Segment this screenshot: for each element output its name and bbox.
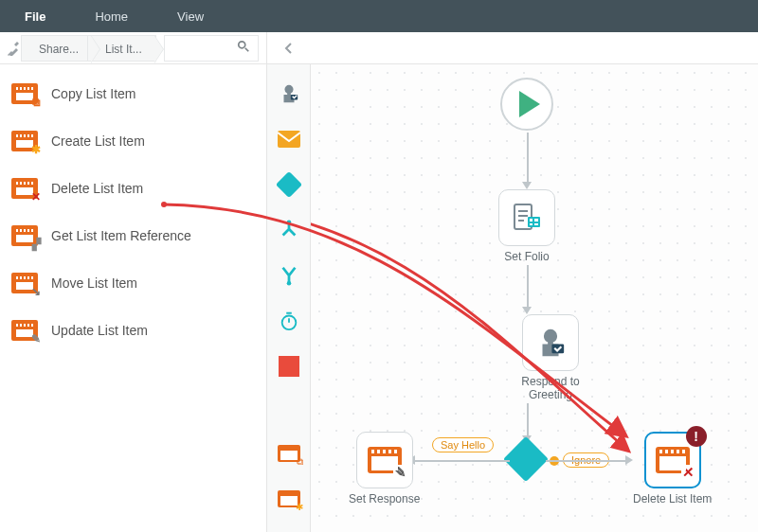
category-strip: ⧉ ✱	[267, 64, 311, 532]
svg-point-4	[286, 220, 291, 224]
svg-rect-10	[534, 219, 538, 222]
collapse-panel-button[interactable]	[277, 37, 299, 60]
list-icon: ✕	[656, 447, 690, 473]
node-decision[interactable]	[510, 443, 542, 475]
list-copy-icon[interactable]: ⧉	[277, 441, 301, 466]
svg-rect-8	[528, 217, 540, 227]
error-badge-icon: !	[686, 426, 707, 447]
mail-icon[interactable]	[277, 127, 301, 151]
search-icon	[237, 40, 250, 56]
branch-label-say-hello: Say Hello	[432, 437, 494, 452]
toolbox-item-label: Copy List Item	[51, 86, 135, 101]
edge	[527, 403, 529, 437]
toolbox-panel: ⧉ Copy List Item ✱ Create List Item ✕ De…	[0, 64, 267, 532]
toolbox-item-copy[interactable]: ⧉ Copy List Item	[0, 70, 266, 117]
toolbox-item-label: Move List Item	[51, 275, 137, 291]
node-delete-list-item[interactable]: ✕ ! Delete List Item	[633, 432, 712, 505]
toolbox-item-label: Create List Item	[51, 133, 145, 149]
toolbox-item-label: Update List Item	[51, 323, 148, 338]
list-icon: ▞	[11, 225, 38, 246]
list-icon: ↘	[11, 273, 38, 293]
node-respond-greeting[interactable]: Respond to Greeting	[498, 314, 603, 401]
list-icon: ⧉	[11, 83, 38, 104]
list-icon: ✎	[368, 447, 402, 473]
breadcrumb-share[interactable]: Share...	[21, 35, 93, 62]
timer-icon[interactable]	[277, 309, 301, 333]
edit-badge-icon: ✎	[29, 332, 43, 346]
edge	[415, 460, 510, 462]
document-icon	[511, 202, 543, 234]
list-new-icon[interactable]: ✱	[277, 487, 301, 511]
activity-forms-icon[interactable]	[277, 81, 301, 106]
start-node[interactable]	[500, 78, 553, 131]
search-input[interactable]	[164, 35, 259, 62]
arrow-icon	[522, 182, 532, 189]
merge-icon[interactable]	[277, 263, 301, 288]
arrow-icon	[522, 307, 532, 314]
svg-rect-3	[278, 131, 300, 148]
svg-line-1	[245, 48, 249, 52]
workflow-canvas[interactable]: Set Folio Respond to Greeting Say Hello …	[311, 64, 758, 532]
x-badge-icon: ✕	[29, 190, 43, 204]
svg-rect-9	[530, 219, 532, 222]
menu-home[interactable]: Home	[70, 0, 153, 32]
toolbox-item-label: Get List Item Reference	[51, 228, 191, 243]
decision-icon[interactable]	[277, 172, 301, 197]
move-badge-icon: ↘	[29, 285, 43, 298]
node-label: Set Folio	[504, 250, 549, 263]
list-icon: ✱	[11, 131, 38, 151]
link-badge-icon: ▞	[29, 238, 43, 251]
edge	[527, 133, 529, 184]
menu-file[interactable]: File	[0, 0, 70, 32]
svg-point-5	[286, 281, 291, 286]
svg-rect-12	[534, 223, 538, 225]
svg-point-0	[239, 42, 245, 48]
start-icon	[500, 78, 553, 131]
node-label: Set Response	[349, 492, 420, 505]
star-badge-icon: ✱	[29, 143, 43, 156]
toolbox-item-move[interactable]: ↘ Move List Item	[0, 259, 266, 307]
node-label: Delete List Item	[633, 492, 712, 505]
copy-badge-icon: ⧉	[29, 96, 43, 109]
edge	[546, 460, 627, 462]
toolbox-item-getref[interactable]: ▞ Get List Item Reference	[0, 212, 266, 259]
toolbox-item-delete[interactable]: ✕ Delete List Item	[0, 165, 266, 212]
toolbox-item-update[interactable]: ✎ Update List Item	[0, 307, 266, 354]
end-icon[interactable]	[277, 354, 301, 379]
split-icon[interactable]	[277, 218, 301, 242]
drag-origin-dot	[161, 202, 167, 207]
menu-view[interactable]: View	[153, 0, 228, 32]
toolbox-item-label: Delete List Item	[51, 181, 143, 196]
list-icon: ✎	[11, 320, 38, 341]
toolbox-item-create[interactable]: ✱ Create List Item	[0, 117, 266, 165]
arrow-icon	[625, 455, 633, 465]
list-icon: ✕	[11, 178, 38, 199]
svg-rect-11	[530, 223, 532, 225]
user-task-icon	[534, 327, 567, 359]
edge	[527, 265, 529, 309]
node-label: Respond to Greeting	[498, 375, 603, 401]
node-set-folio[interactable]: Set Folio	[498, 189, 555, 263]
node-set-response[interactable]: ✎ Set Response	[349, 432, 420, 505]
